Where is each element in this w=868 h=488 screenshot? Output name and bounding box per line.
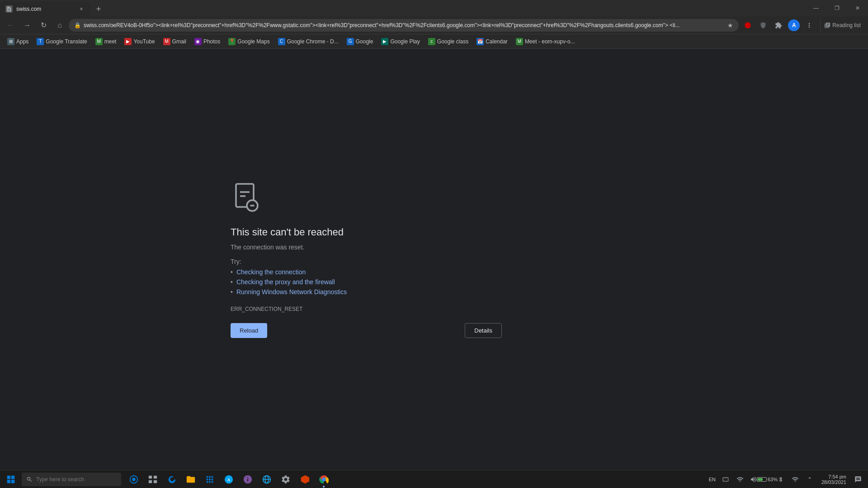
taskbar-search-input[interactable] bbox=[36, 476, 117, 483]
svg-rect-9 bbox=[11, 479, 15, 483]
apps-bookmark-icon: ⊞ bbox=[7, 38, 14, 45]
back-button[interactable]: ← bbox=[4, 18, 18, 33]
youtube-icon: ▶ bbox=[124, 38, 132, 45]
edge-taskbar-icon[interactable] bbox=[163, 470, 181, 488]
calendar-icon: 📅 bbox=[476, 38, 484, 45]
task-view-icon[interactable] bbox=[144, 470, 162, 488]
suggestion-check-proxy: Checking the proxy and the firewall bbox=[231, 277, 347, 287]
taskbar-clock[interactable]: 7:54 pm 28/03/2021 bbox=[818, 474, 850, 485]
suggestion-check-connection: Checking the connection bbox=[231, 267, 347, 277]
reload-button[interactable]: Reload bbox=[231, 323, 267, 338]
bookmark-gmail[interactable]: M Gmail bbox=[160, 37, 190, 47]
reload-button[interactable]: ↻ bbox=[36, 18, 51, 33]
svg-point-11 bbox=[132, 478, 135, 481]
tab-close-button[interactable]: × bbox=[78, 5, 85, 13]
internet-explorer-icon[interactable] bbox=[258, 470, 276, 488]
address-bar[interactable]: 🔒 swiss.com/oeREV4oB-0Hf5o"><link+rel%3D… bbox=[69, 19, 739, 32]
svg-rect-7 bbox=[11, 475, 15, 479]
address-text: swiss.com/oeREV4oB-0Hf5o"><link+rel%3D"p… bbox=[84, 22, 725, 28]
bookmark-google-play[interactable]: ▶ Google Play bbox=[377, 37, 423, 47]
kaspersky-icon[interactable] bbox=[741, 18, 755, 33]
bookmark-google-maps[interactable]: 📍 Google Maps bbox=[225, 37, 273, 47]
active-tab[interactable]: swiss.com × bbox=[0, 2, 90, 16]
profile-icon[interactable]: A bbox=[787, 18, 801, 33]
error-try-label: Try: bbox=[231, 258, 241, 265]
meet-eom-label: Meet - eom-xupv-o... bbox=[525, 38, 575, 45]
battery-bar bbox=[757, 477, 767, 482]
bookmark-meet-eom[interactable]: M Meet - eom-xupv-o... bbox=[512, 37, 579, 47]
google-play-icon: ▶ bbox=[381, 38, 388, 45]
reading-list-button[interactable]: Reading list bbox=[820, 18, 864, 33]
restore-button[interactable]: ❐ bbox=[826, 1, 847, 15]
home-button[interactable]: ⌂ bbox=[52, 18, 67, 33]
taskbar-search-bar[interactable] bbox=[22, 473, 121, 486]
check-proxy-link[interactable]: Checking the proxy and the firewall bbox=[236, 278, 335, 286]
extensions-icon[interactable] bbox=[771, 18, 786, 33]
details-button[interactable]: Details bbox=[465, 323, 502, 338]
error-subtitle: The connection was reset. bbox=[231, 244, 304, 251]
svg-text:A: A bbox=[227, 477, 231, 482]
meet-eom-icon: M bbox=[516, 38, 523, 45]
bookmark-meet[interactable]: M meet bbox=[92, 37, 120, 47]
network-icon[interactable] bbox=[734, 473, 746, 486]
bookmark-photos[interactable]: ◉ Photos bbox=[191, 37, 224, 47]
taskbar-right: EN bbox=[707, 473, 866, 486]
battery-icon[interactable]: 63% bbox=[761, 473, 774, 486]
new-tab-button[interactable]: + bbox=[92, 3, 105, 15]
gmail-icon: M bbox=[163, 38, 170, 45]
google-label: Google bbox=[356, 38, 373, 45]
google-translate-icon: T bbox=[37, 38, 44, 45]
file-explorer-icon[interactable] bbox=[182, 470, 200, 488]
youtube-label: YouTube bbox=[133, 38, 155, 45]
battery-fill bbox=[758, 478, 763, 481]
svg-rect-15 bbox=[154, 480, 157, 483]
settings-icon[interactable] bbox=[277, 470, 295, 488]
keyboard-layout-icon[interactable] bbox=[719, 473, 732, 486]
run-diagnostics-link[interactable]: Running Windows Network Diagnostics bbox=[236, 288, 347, 296]
svg-rect-22 bbox=[723, 477, 728, 481]
cortana-icon[interactable] bbox=[125, 470, 143, 488]
error-code: ERR_CONNECTION_RESET bbox=[231, 306, 302, 312]
error-page: This site can't be reached The connectio… bbox=[231, 181, 502, 338]
bookmark-google-chrome-d[interactable]: C Google Chrome - D... bbox=[274, 37, 342, 47]
window-controls: — ❐ ✕ bbox=[806, 1, 868, 16]
action-center-icon[interactable] bbox=[852, 473, 864, 486]
minimize-button[interactable]: — bbox=[806, 1, 826, 15]
shield-icon[interactable] bbox=[756, 18, 770, 33]
bookmark-youtube[interactable]: ▶ YouTube bbox=[121, 37, 158, 47]
browser-content: This site can't be reached The connectio… bbox=[0, 49, 868, 470]
suggestion-run-diagnostics: Running Windows Network Diagnostics bbox=[231, 287, 347, 297]
error-icon bbox=[231, 181, 263, 216]
notification-expand-icon[interactable]: ⌃ bbox=[803, 473, 816, 486]
bookmark-apps[interactable]: ⊞ Apps bbox=[4, 37, 32, 47]
clock-time: 7:54 pm bbox=[828, 474, 846, 479]
bookmark-google[interactable]: G Google bbox=[343, 37, 377, 47]
bookmark-star-icon[interactable]: ★ bbox=[727, 22, 733, 29]
bluetooth-icon[interactable] bbox=[774, 473, 787, 486]
menu-icon[interactable] bbox=[802, 18, 816, 33]
tab-favicon bbox=[5, 5, 13, 13]
error-suggestion-list: Checking the connection Checking the pro… bbox=[231, 267, 347, 297]
google-icon: G bbox=[347, 38, 354, 45]
viber-icon[interactable] bbox=[239, 470, 257, 488]
google-chrome-d-icon: C bbox=[278, 38, 285, 45]
app1-icon[interactable]: A bbox=[220, 470, 238, 488]
bookmark-google-class[interactable]: c Google class bbox=[425, 37, 472, 47]
google-play-label: Google Play bbox=[390, 38, 420, 45]
bookmark-calendar[interactable]: 📅 Calendar bbox=[473, 37, 511, 47]
bookmark-google-translate[interactable]: T Google Translate bbox=[33, 37, 90, 47]
calendar-label: Calendar bbox=[486, 38, 508, 45]
close-button[interactable]: ✕ bbox=[847, 1, 868, 15]
microsoft-store-icon[interactable] bbox=[201, 470, 219, 488]
wifi-signal-icon[interactable] bbox=[789, 473, 802, 486]
office-icon[interactable] bbox=[296, 470, 314, 488]
chrome-taskbar-icon[interactable] bbox=[315, 470, 333, 488]
forward-button[interactable]: → bbox=[20, 18, 34, 33]
svg-rect-13 bbox=[154, 475, 157, 478]
check-connection-link[interactable]: Checking the connection bbox=[236, 268, 306, 276]
start-button[interactable] bbox=[2, 470, 20, 488]
google-maps-icon: 📍 bbox=[228, 38, 236, 45]
browser-window: swiss.com × + — ❐ ✕ ← → ↻ ⌂ 🔒 swiss.com/… bbox=[0, 0, 868, 488]
svg-rect-6 bbox=[7, 475, 11, 479]
google-class-label: Google class bbox=[437, 38, 468, 45]
